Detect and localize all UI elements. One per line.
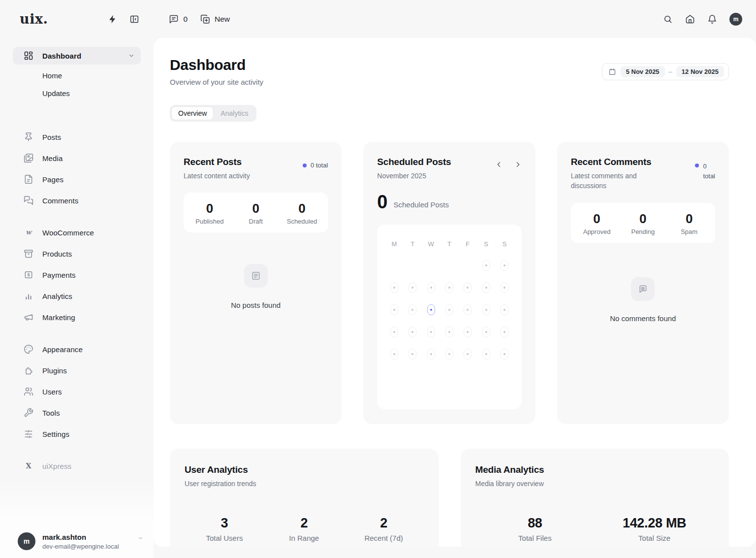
comments-counter[interactable]: 0 <box>169 14 188 24</box>
sidebar-item-home[interactable]: Home <box>13 68 141 83</box>
sidebar-item-dashboard[interactable]: Dashboard <box>13 47 141 65</box>
tab-overview[interactable]: Overview <box>171 106 214 120</box>
pin-icon <box>24 132 33 142</box>
stat-value: 2 <box>344 516 424 531</box>
calendar-day[interactable] <box>409 349 416 360</box>
comment-bubble-icon <box>169 14 179 24</box>
calendar-day-selected[interactable] <box>427 304 435 315</box>
card-title: Scheduled Posts <box>377 157 451 167</box>
sidebar-item-appearance[interactable]: Appearance <box>13 340 141 358</box>
sidebar-item-uixpress[interactable]: uiXpress <box>13 457 141 475</box>
sidebar-item-pages[interactable]: Pages <box>13 170 141 188</box>
date-range-picker[interactable]: 5 Nov 2025 – 12 Nov 2025 <box>602 63 729 80</box>
avatar: m <box>18 532 35 550</box>
search-icon[interactable] <box>663 14 673 24</box>
avatar[interactable]: m <box>729 13 742 26</box>
calendar-day[interactable] <box>464 327 472 337</box>
sidebar-item-marketing[interactable]: Marketing <box>13 308 141 326</box>
calendar-day[interactable] <box>390 327 398 337</box>
stat-value: 2 <box>264 516 344 531</box>
woocommerce-icon <box>24 228 33 237</box>
calendar-day[interactable] <box>464 304 472 315</box>
calendar-day-dot <box>504 264 505 266</box>
sidebar-item-updates[interactable]: Updates <box>13 86 141 100</box>
calendar-day[interactable] <box>445 282 453 293</box>
calendar-cell <box>422 298 440 321</box>
sidebar-item-users[interactable]: Users <box>13 383 141 400</box>
calendar-day[interactable] <box>464 282 472 293</box>
date-end[interactable]: 12 Nov 2025 <box>676 66 724 77</box>
calendar-day[interactable] <box>390 304 398 315</box>
badge-value: 0 <box>703 162 715 171</box>
recent-comments-card: Recent Comments Latest comments and disc… <box>557 142 729 424</box>
calendar-day[interactable] <box>390 349 398 360</box>
sidebar-item-products[interactable]: Products <box>13 245 141 263</box>
sidebar-item-settings[interactable]: Settings <box>13 425 141 443</box>
sidebar-item-label: Media <box>42 154 63 163</box>
calendar-day-dot <box>504 287 505 289</box>
new-button-label: New <box>215 15 230 24</box>
calendar-day[interactable] <box>501 327 508 337</box>
calendar-day-dot <box>485 353 487 355</box>
calendar-day[interactable] <box>501 260 508 271</box>
calendar-cell <box>385 343 403 365</box>
card-title: Recent Posts <box>184 157 250 167</box>
calendar-day-dot <box>485 287 487 289</box>
sidebar-spacer <box>13 103 141 128</box>
calendar-day-dot <box>467 353 469 355</box>
prev-month-button[interactable] <box>495 161 503 168</box>
date-start[interactable]: 5 Nov 2025 <box>621 66 665 77</box>
sidebar-item-comments[interactable]: Comments <box>13 192 141 209</box>
sidebar-toggle-icon[interactable] <box>129 14 139 24</box>
calendar-day-dot <box>504 309 505 311</box>
calendar-day[interactable] <box>409 304 416 315</box>
stat-value: 0 <box>666 211 712 227</box>
sidebar-item-media[interactable]: Media <box>13 149 141 167</box>
sidebar-item-posts[interactable]: Posts <box>13 128 141 146</box>
calendar-day[interactable] <box>501 282 508 293</box>
calendar-day[interactable] <box>501 349 508 360</box>
home-icon[interactable] <box>685 14 695 24</box>
calendar-day[interactable] <box>464 349 472 360</box>
next-month-button[interactable] <box>514 161 522 168</box>
weekday-label: M <box>385 240 403 248</box>
calendar-day[interactable] <box>445 304 453 315</box>
bell-icon[interactable] <box>707 14 717 24</box>
calendar-day-dot <box>448 309 450 311</box>
sidebar-item-plugins[interactable]: Plugins <box>13 361 141 379</box>
new-button[interactable]: New <box>200 14 230 24</box>
sidebar-item-woocommerce[interactable]: WooCommerce <box>13 224 141 241</box>
calendar-day[interactable] <box>427 327 435 337</box>
sidebar-spacer <box>13 213 141 224</box>
calendar-day[interactable] <box>482 304 490 315</box>
tab-analytics[interactable]: Analytics <box>214 106 255 120</box>
sidebar-item-tools[interactable]: Tools <box>13 404 141 422</box>
sidebar-item-analytics[interactable]: Analytics <box>13 287 141 305</box>
calendar-day[interactable] <box>482 260 490 271</box>
sidebar-item-label: Analytics <box>42 292 72 300</box>
calendar-cell <box>477 343 495 365</box>
calendar-day[interactable] <box>482 282 490 293</box>
calendar-day-dot <box>430 331 432 333</box>
calendar-day[interactable] <box>501 304 508 315</box>
calendar-day[interactable] <box>427 282 435 293</box>
calendar-day[interactable] <box>445 349 453 360</box>
calendar-day[interactable] <box>482 327 490 337</box>
calendar-day[interactable] <box>482 349 490 360</box>
stat-value: 3 <box>185 516 264 531</box>
stat-label: Recent (7d) <box>344 534 424 542</box>
calendar-cell <box>495 343 513 365</box>
calendar-day[interactable] <box>445 327 453 337</box>
calendar-day-dot <box>467 287 469 289</box>
user-profile[interactable]: m mark.ashton dev-email@wpengine.local <box>18 532 144 550</box>
calendar-day[interactable] <box>409 327 416 337</box>
card-subtitle: User registration trends <box>185 479 424 489</box>
calendar-day[interactable] <box>409 282 416 293</box>
calendar-day[interactable] <box>390 282 398 293</box>
calendar-day-dot <box>393 353 395 355</box>
lightning-icon[interactable] <box>108 14 118 24</box>
sidebar-item-payments[interactable]: Payments <box>13 266 141 284</box>
calendar-day-dot <box>430 309 432 311</box>
calendar-day[interactable] <box>427 349 435 360</box>
user-analytics-card: User Analytics User registration trends … <box>170 449 439 547</box>
